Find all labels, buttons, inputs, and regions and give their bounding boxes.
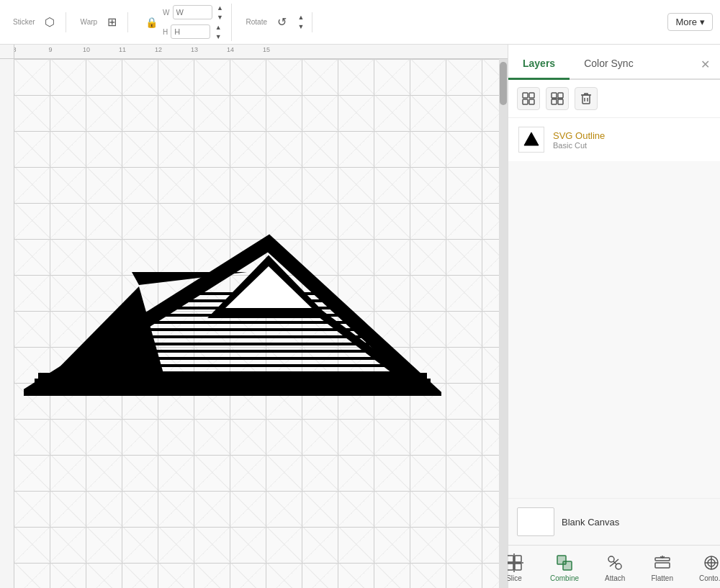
height-label: H <box>163 28 168 36</box>
tab-layers[interactable]: Layers <box>508 50 570 80</box>
canvas-area[interactable]: 8 9 10 11 12 13 14 15 <box>0 45 508 588</box>
height-input[interactable] <box>171 24 210 39</box>
vertical-scrollbar[interactable] <box>499 59 508 588</box>
ruler-number-12: 12 <box>155 46 162 53</box>
more-chevron-icon: ▾ <box>700 17 705 27</box>
blank-canvas-thumbnail <box>517 507 554 536</box>
flatten-tool[interactable]: Flatten <box>647 551 678 584</box>
panel-spacer <box>508 161 720 498</box>
height-down-btn[interactable]: ▼ <box>213 32 223 41</box>
svg-rect-41 <box>515 564 521 570</box>
top-toolbar: Sticker ⬡ Warp ⊞ 🔒 W ▲ ▼ H <box>0 0 720 45</box>
rotate-section: Rotate ↺ ▲ ▼ <box>240 12 312 32</box>
sticker-section: Sticker ⬡ <box>7 12 66 32</box>
ruler-number-14: 14 <box>227 46 234 53</box>
panel-close-button[interactable]: ✕ <box>690 50 720 78</box>
svg-marker-37 <box>524 132 539 145</box>
contour-icon <box>701 553 720 573</box>
group-button[interactable] <box>517 87 540 110</box>
artwork-container[interactable] <box>24 229 441 419</box>
blank-canvas-item[interactable]: Blank Canvas <box>517 507 711 536</box>
vertical-ruler <box>0 45 14 588</box>
contour-tool[interactable]: Conto... <box>695 551 720 584</box>
svg-rect-52 <box>655 563 670 568</box>
layer-thumbnail <box>518 127 544 153</box>
width-down-btn[interactable]: ▼ <box>215 13 225 22</box>
ungroup-button[interactable] <box>546 87 569 110</box>
layer-info: SVG Outline Basic Cut <box>553 130 710 150</box>
more-button[interactable]: More ▾ <box>667 13 713 31</box>
ruler-number-15: 15 <box>263 46 270 53</box>
combine-tool[interactable]: Combine <box>546 551 583 584</box>
svg-artwork[interactable] <box>24 229 441 416</box>
ruler-number-10: 10 <box>83 46 90 53</box>
svg-rect-31 <box>552 99 557 104</box>
layer-item-svg-outline[interactable]: SVG Outline Basic Cut <box>508 118 720 161</box>
svg-rect-40 <box>507 564 513 570</box>
flatten-icon <box>652 553 672 573</box>
svg-rect-34 <box>582 95 590 104</box>
flatten-label: Flatten <box>651 574 673 582</box>
attach-tool[interactable]: Attach <box>600 551 629 584</box>
warp-button[interactable]: ⊞ <box>102 12 122 32</box>
attach-icon <box>605 553 625 573</box>
attach-label: Attach <box>605 574 625 582</box>
size-inputs: W ▲ ▼ H ▲ ▼ <box>163 4 225 41</box>
width-up-btn[interactable]: ▲ <box>215 4 225 12</box>
panel-tabs: Layers Color Sync ✕ <box>508 45 720 80</box>
ruler-number-9: 9 <box>48 46 52 53</box>
rotate-down-btn[interactable]: ▼ <box>296 22 306 31</box>
sticker-label: Sticker <box>13 18 35 26</box>
svg-rect-45 <box>563 561 572 570</box>
svg-rect-29 <box>552 93 557 98</box>
layer-type: Basic Cut <box>553 141 710 150</box>
svg-rect-25 <box>523 93 528 98</box>
svg-rect-26 <box>529 93 534 98</box>
combine-icon <box>554 553 575 573</box>
contour-label: Conto... <box>699 574 720 582</box>
svg-rect-27 <box>523 99 528 104</box>
rotate-button[interactable]: ↺ <box>271 12 292 32</box>
width-label: W <box>163 9 169 17</box>
scrollbar-thumb[interactable] <box>500 62 507 105</box>
blank-canvas-section: Blank Canvas <box>508 498 720 545</box>
ruler-number-8: 8 <box>14 46 17 53</box>
lock-icon: 🔒 <box>143 14 160 31</box>
delete-button[interactable] <box>575 87 598 110</box>
main-area: 8 9 10 11 12 13 14 15 <box>0 45 720 588</box>
rotate-label: Rotate <box>246 18 267 26</box>
bottom-toolbar: Slice Combine <box>508 545 720 588</box>
svg-rect-32 <box>558 99 563 104</box>
ruler-number-13: 13 <box>191 46 198 53</box>
warp-section: Warp ⊞ <box>75 12 129 32</box>
horizontal-ruler: 8 9 10 11 12 13 14 15 <box>0 45 508 59</box>
tab-color-sync[interactable]: Color Sync <box>570 50 647 80</box>
blank-canvas-label: Blank Canvas <box>562 517 619 528</box>
svg-point-48 <box>608 556 614 562</box>
svg-rect-39 <box>515 556 521 562</box>
ruler-corner <box>0 45 14 59</box>
width-input[interactable] <box>173 5 212 19</box>
svg-point-49 <box>616 564 621 569</box>
svg-rect-30 <box>558 93 563 98</box>
svg-rect-38 <box>507 556 513 562</box>
more-label: More <box>675 17 697 27</box>
layer-name: SVG Outline <box>553 130 710 141</box>
height-up-btn[interactable]: ▲ <box>213 23 223 32</box>
canvas-grid[interactable] <box>14 59 499 588</box>
warp-label: Warp <box>81 18 98 26</box>
right-panel: Layers Color Sync ✕ <box>508 45 720 588</box>
panel-toolbar <box>508 80 720 118</box>
rotate-up-btn[interactable]: ▲ <box>296 13 306 22</box>
size-section: 🔒 W ▲ ▼ H ▲ ▼ <box>137 4 231 41</box>
sticker-button[interactable]: ⬡ <box>40 12 60 32</box>
slice-label: Slice <box>506 574 522 582</box>
combine-label: Combine <box>550 574 579 582</box>
ruler-number-11: 11 <box>119 46 126 53</box>
svg-rect-28 <box>529 99 534 104</box>
